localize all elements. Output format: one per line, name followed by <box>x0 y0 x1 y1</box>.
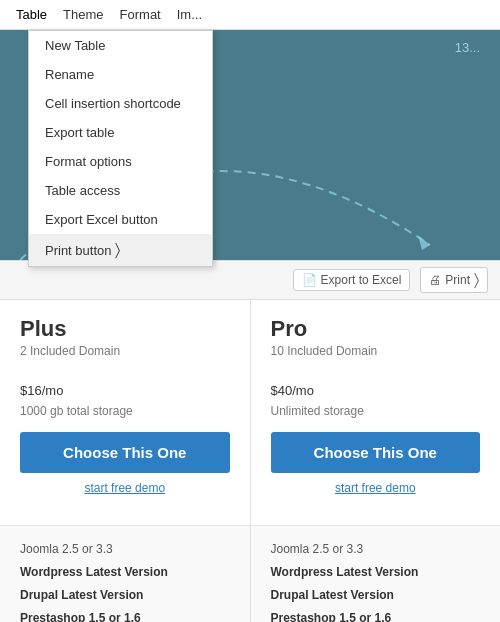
plan-plus-storage: 1000 gb total storage <box>20 404 230 418</box>
plan-pro-period: /mo <box>292 383 314 398</box>
pro-feature-4: Prestashop 1.5 or 1.6 <box>271 609 481 622</box>
cursor-icon: 〉 <box>115 241 120 259</box>
plan-pro-storage: Unlimited storage <box>271 404 481 418</box>
pricing-section: Plus 2 Included Domain $16/mo 1000 gb to… <box>0 300 500 525</box>
plus-feature-1: Joomla 2.5 or 3.3 <box>20 540 230 558</box>
cursor-icon-print: 〉 <box>474 271 479 289</box>
plan-plus: Plus 2 Included Domain $16/mo 1000 gb to… <box>0 300 251 525</box>
menu-item-cell-insertion[interactable]: Cell insertion shortcode <box>29 89 212 118</box>
print-icon: 🖨 <box>429 273 441 287</box>
plus-feature-4: Prestashop 1.5 or 1.6 <box>20 609 230 622</box>
plan-pro: Pro 10 Included Domain $40/mo Unlimited … <box>251 300 501 525</box>
plan-pro-demo-link[interactable]: start free demo <box>271 481 481 495</box>
plus-feature-3: Drupal Latest Version <box>20 586 230 604</box>
plan-plus-cta-button[interactable]: Choose This One <box>20 432 230 473</box>
pro-feature-2: Wordpress Latest Version <box>271 563 481 581</box>
features-plus-col: Joomla 2.5 or 3.3 Wordpress Latest Versi… <box>0 526 251 622</box>
menu-theme[interactable]: Theme <box>55 3 111 26</box>
plan-pro-price: $40/mo <box>271 370 481 402</box>
menu-item-export-excel-btn[interactable]: Export Excel button <box>29 205 212 234</box>
plan-pro-domains: 10 Included Domain <box>271 344 481 358</box>
menu-item-export-table[interactable]: Export table <box>29 118 212 147</box>
plan-plus-demo-link[interactable]: start free demo <box>20 481 230 495</box>
plan-pro-name: Pro <box>271 316 481 342</box>
plus-feature-2: Wordpress Latest Version <box>20 563 230 581</box>
pro-feature-1: Joomla 2.5 or 3.3 <box>271 540 481 558</box>
menu-item-format-options[interactable]: Format options <box>29 147 212 176</box>
menu-format[interactable]: Format <box>112 3 169 26</box>
export-to-excel-button[interactable]: 📄 Export to Excel <box>293 269 411 291</box>
plan-plus-domains: 2 Included Domain <box>20 344 230 358</box>
plan-plus-name: Plus <box>20 316 230 342</box>
features-section: Joomla 2.5 or 3.3 Wordpress Latest Versi… <box>0 525 500 622</box>
menu-item-table-access[interactable]: Table access <box>29 176 212 205</box>
dropdown-menu: New Table Rename Cell insertion shortcod… <box>28 30 213 267</box>
excel-icon: 📄 <box>302 273 317 287</box>
menu-item-new-table[interactable]: New Table <box>29 31 212 60</box>
menu-bar: Table Theme Format Im... <box>0 0 500 30</box>
plan-plus-price: $16/mo <box>20 370 230 402</box>
pro-feature-3: Drupal Latest Version <box>271 586 481 604</box>
features-pro-col: Joomla 2.5 or 3.3 Wordpress Latest Versi… <box>251 526 501 622</box>
plan-pro-cta-button[interactable]: Choose This One <box>271 432 481 473</box>
menu-item-print-button[interactable]: Print button 〉 <box>29 234 212 266</box>
menu-table[interactable]: Table <box>8 3 55 26</box>
menu-import[interactable]: Im... <box>169 3 210 26</box>
menu-item-rename[interactable]: Rename <box>29 60 212 89</box>
plan-plus-period: /mo <box>42 383 64 398</box>
print-button[interactable]: 🖨 Print 〉 <box>420 267 488 293</box>
svg-marker-0 <box>418 235 430 250</box>
